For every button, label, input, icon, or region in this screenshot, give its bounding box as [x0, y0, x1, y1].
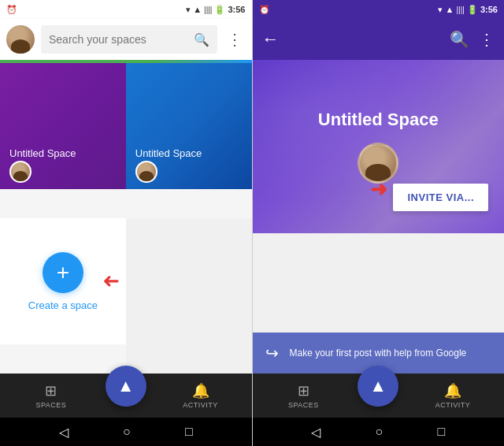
- nav-bar-2: ◁ ○ □: [253, 418, 505, 446]
- status-bar-1: ⏰ ▾ ▲ |||| 🔋 3:56: [0, 0, 252, 19]
- activity-nav-icon-2: 🔔: [444, 382, 461, 400]
- nav-fab-icon-2: ▲: [369, 376, 387, 396]
- create-space-area[interactable]: ➜ + Create a space: [0, 218, 126, 344]
- space-card-1[interactable]: Untitled Space: [0, 63, 126, 189]
- posts-area: [253, 233, 505, 333]
- status-left-1: ⏰: [6, 5, 17, 15]
- home-btn-1[interactable]: ○: [123, 425, 131, 439]
- time-display-2: 3:56: [480, 5, 498, 14]
- nav-fab-2[interactable]: ▲: [358, 366, 398, 407]
- space-hero: Untitled Space ➜ INVITE VIA...: [253, 60, 505, 233]
- spaces-grid-1: Untitled Space Untitled Space ➜ + Create…: [0, 63, 252, 374]
- space-hero-title: Untitled Space: [318, 110, 439, 130]
- nav-spaces-2[interactable]: ⊞ SPACES: [253, 382, 355, 409]
- activity-nav-icon-1: 🔔: [192, 382, 209, 400]
- phone-1: ⏰ ▾ ▲ |||| 🔋 3:56 🔍 ⋮ Untitled Space Unt…: [0, 0, 252, 446]
- bars-icon-2: ||||: [456, 6, 464, 14]
- space-card-avatar-1: [9, 161, 32, 183]
- battery-icon: 🔋: [214, 5, 225, 15]
- alarm-icon-2: ⏰: [259, 5, 270, 14]
- back-btn-1[interactable]: ◁: [59, 425, 69, 440]
- more-icon-2[interactable]: ⋮: [479, 30, 495, 49]
- status-bar-2: ⏰ ▾ ▲ |||| 🔋 3:56: [253, 0, 505, 19]
- wifi-icon: ▾: [186, 5, 191, 15]
- top-actions-2: 🔍 ⋮: [450, 30, 495, 49]
- nav-spaces-label-1: SPACES: [35, 401, 66, 409]
- nav-spaces-1[interactable]: ⊞ SPACES: [0, 382, 102, 409]
- signal-icon-2: ▲: [446, 5, 454, 14]
- prompt-text: Make your first post with help from Goog…: [290, 348, 492, 359]
- red-arrow-create: ➜: [102, 269, 120, 293]
- back-icon-2[interactable]: ←: [262, 29, 280, 50]
- time-display-1: 3:56: [228, 5, 245, 14]
- prompt-arrow-icon: ↪: [265, 344, 279, 362]
- recents-btn-1[interactable]: □: [185, 425, 193, 439]
- bars-icon: ||||: [204, 6, 212, 14]
- battery-icon-2: 🔋: [467, 5, 478, 14]
- status-right-1: ▾ ▲ |||| 🔋 3:56: [186, 5, 245, 15]
- bottom-nav-1: ⊞ SPACES 🔔 ACTIVITY ▲: [0, 374, 252, 418]
- recents-btn-2[interactable]: □: [438, 425, 446, 439]
- search-bar-1[interactable]: 🔍: [41, 25, 217, 54]
- space-card-avatar-2: [135, 161, 158, 183]
- status-right-2: ▾ ▲ |||| 🔋 3:56: [438, 5, 498, 15]
- more-menu-icon-1[interactable]: ⋮: [224, 27, 246, 52]
- nav-fab-icon-1: ▲: [117, 376, 135, 396]
- space-card-label-1: Untitled Space: [9, 147, 76, 159]
- status-left-2: ⏰: [259, 5, 270, 15]
- signal-icon: ▲: [193, 5, 202, 14]
- empty-grid-cell: [126, 218, 252, 374]
- nav-spaces-label-2: SPACES: [288, 401, 319, 409]
- bottom-nav-2: ⊞ SPACES 🔔 ACTIVITY ▲: [253, 374, 505, 418]
- back-btn-2[interactable]: ◁: [311, 425, 321, 440]
- spaces-nav-icon-2: ⊞: [298, 382, 309, 400]
- nav-activity-label-1: ACTIVITY: [183, 401, 218, 409]
- nav-activity-2[interactable]: 🔔 ACTIVITY: [402, 382, 504, 409]
- space-card-label-2: Untitled Space: [135, 147, 202, 159]
- search-icon-2[interactable]: 🔍: [450, 30, 469, 49]
- home-btn-2[interactable]: ○: [376, 425, 384, 439]
- create-space-label: Create a space: [28, 299, 98, 311]
- invite-btn-container: INVITE VIA...: [393, 184, 488, 211]
- nav-fab-1[interactable]: ▲: [106, 366, 146, 407]
- phone-2: ⏰ ▾ ▲ |||| 🔋 3:56 ← 🔍 ⋮ Untitled Space ➜…: [253, 0, 505, 446]
- space-card-2[interactable]: Untitled Space: [126, 63, 252, 189]
- avatar-1[interactable]: [6, 25, 35, 54]
- top-bar-1: 🔍 ⋮: [0, 19, 252, 60]
- top-bar-2: ← 🔍 ⋮: [253, 19, 505, 60]
- search-input-1[interactable]: [49, 33, 187, 46]
- nav-activity-label-2: ACTIVITY: [435, 401, 471, 409]
- invite-via-button[interactable]: INVITE VIA...: [393, 184, 488, 211]
- create-space-button[interactable]: +: [43, 252, 83, 293]
- nav-bar-1: ◁ ○ □: [0, 418, 252, 446]
- wifi-icon-2: ▾: [438, 5, 443, 14]
- alarm-icon: ⏰: [6, 5, 17, 15]
- spaces-nav-icon-1: ⊞: [45, 382, 57, 400]
- red-arrow-invite: ➜: [370, 177, 387, 202]
- search-icon-1[interactable]: 🔍: [194, 32, 209, 47]
- nav-activity-1[interactable]: 🔔 ACTIVITY: [150, 382, 252, 409]
